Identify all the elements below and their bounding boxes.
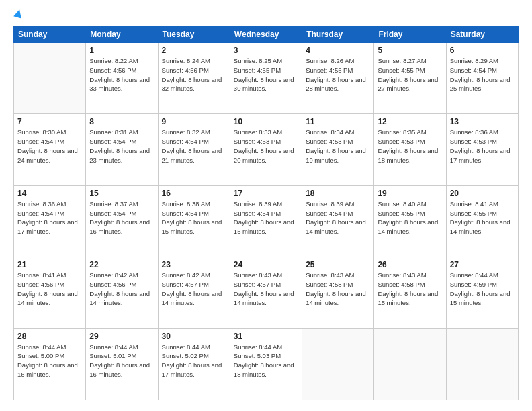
calendar-week-1: 1Sunrise: 8:22 AM Sunset: 4:56 PM Daylig…	[14, 43, 519, 114]
calendar-cell: 7Sunrise: 8:30 AM Sunset: 4:54 PM Daylig…	[14, 114, 86, 185]
calendar-cell: 21Sunrise: 8:41 AM Sunset: 4:56 PM Dayli…	[14, 257, 86, 328]
day-info: Sunrise: 8:25 AM Sunset: 4:55 PM Dayligh…	[234, 56, 298, 93]
day-info: Sunrise: 8:26 AM Sunset: 4:55 PM Dayligh…	[306, 56, 370, 93]
calendar-week-5: 28Sunrise: 8:44 AM Sunset: 5:00 PM Dayli…	[14, 328, 519, 400]
day-info: Sunrise: 8:31 AM Sunset: 4:54 PM Dayligh…	[89, 128, 154, 165]
day-info: Sunrise: 8:39 AM Sunset: 4:54 PM Dayligh…	[234, 199, 298, 236]
day-number: 3	[234, 46, 298, 55]
logo-triangle-icon	[13, 9, 24, 19]
day-number: 28	[17, 332, 82, 341]
day-info: Sunrise: 8:41 AM Sunset: 4:56 PM Dayligh…	[17, 271, 82, 308]
calendar-cell: 11Sunrise: 8:34 AM Sunset: 4:53 PM Dayli…	[302, 114, 374, 185]
calendar-cell	[302, 328, 374, 400]
day-number: 1	[89, 46, 154, 55]
day-number: 8	[89, 117, 154, 126]
day-info: Sunrise: 8:33 AM Sunset: 4:53 PM Dayligh…	[234, 128, 298, 165]
day-info: Sunrise: 8:42 AM Sunset: 4:57 PM Dayligh…	[162, 271, 226, 308]
calendar-cell: 20Sunrise: 8:41 AM Sunset: 4:55 PM Dayli…	[446, 185, 518, 257]
day-number: 6	[450, 46, 515, 55]
calendar-cell: 2Sunrise: 8:24 AM Sunset: 4:56 PM Daylig…	[158, 43, 230, 114]
day-number: 29	[89, 332, 154, 341]
calendar-cell: 29Sunrise: 8:44 AM Sunset: 5:01 PM Dayli…	[86, 328, 158, 400]
day-number: 26	[378, 260, 442, 269]
calendar-cell	[446, 328, 518, 400]
calendar-header-thursday: Thursday	[302, 26, 374, 43]
calendar-cell: 24Sunrise: 8:43 AM Sunset: 4:57 PM Dayli…	[230, 257, 302, 328]
day-info: Sunrise: 8:38 AM Sunset: 4:54 PM Dayligh…	[162, 199, 226, 236]
day-info: Sunrise: 8:22 AM Sunset: 4:56 PM Dayligh…	[89, 56, 154, 93]
day-info: Sunrise: 8:27 AM Sunset: 4:55 PM Dayligh…	[378, 56, 442, 93]
calendar-week-2: 7Sunrise: 8:30 AM Sunset: 4:54 PM Daylig…	[14, 114, 519, 185]
calendar-cell: 8Sunrise: 8:31 AM Sunset: 4:54 PM Daylig…	[86, 114, 158, 185]
day-number: 18	[306, 189, 370, 198]
day-number: 24	[234, 260, 298, 269]
calendar-cell: 13Sunrise: 8:36 AM Sunset: 4:53 PM Dayli…	[446, 114, 518, 185]
day-number: 19	[378, 189, 442, 198]
day-number: 31	[234, 332, 298, 341]
day-number: 9	[162, 117, 226, 126]
day-info: Sunrise: 8:32 AM Sunset: 4:54 PM Dayligh…	[162, 128, 226, 165]
calendar-cell: 28Sunrise: 8:44 AM Sunset: 5:00 PM Dayli…	[14, 328, 86, 400]
day-info: Sunrise: 8:44 AM Sunset: 5:01 PM Dayligh…	[89, 342, 154, 379]
day-info: Sunrise: 8:40 AM Sunset: 4:55 PM Dayligh…	[378, 199, 442, 236]
day-number: 2	[162, 46, 226, 55]
calendar-cell: 22Sunrise: 8:42 AM Sunset: 4:56 PM Dayli…	[86, 257, 158, 328]
day-number: 21	[17, 260, 82, 269]
day-info: Sunrise: 8:29 AM Sunset: 4:54 PM Dayligh…	[450, 56, 515, 93]
day-info: Sunrise: 8:35 AM Sunset: 4:53 PM Dayligh…	[378, 128, 442, 165]
logo	[13, 11, 23, 19]
day-number: 22	[89, 260, 154, 269]
calendar-week-3: 14Sunrise: 8:36 AM Sunset: 4:54 PM Dayli…	[14, 185, 519, 257]
day-info: Sunrise: 8:37 AM Sunset: 4:54 PM Dayligh…	[89, 199, 154, 236]
day-number: 13	[450, 117, 515, 126]
day-info: Sunrise: 8:39 AM Sunset: 4:54 PM Dayligh…	[306, 199, 370, 236]
day-info: Sunrise: 8:44 AM Sunset: 5:00 PM Dayligh…	[17, 342, 82, 379]
calendar-cell: 3Sunrise: 8:25 AM Sunset: 4:55 PM Daylig…	[230, 43, 302, 114]
day-number: 15	[89, 189, 154, 198]
day-info: Sunrise: 8:42 AM Sunset: 4:56 PM Dayligh…	[89, 271, 154, 308]
day-number: 12	[378, 117, 442, 126]
day-info: Sunrise: 8:24 AM Sunset: 4:56 PM Dayligh…	[162, 56, 226, 93]
day-number: 4	[306, 46, 370, 55]
calendar-cell: 15Sunrise: 8:37 AM Sunset: 4:54 PM Dayli…	[86, 185, 158, 257]
day-info: Sunrise: 8:44 AM Sunset: 5:03 PM Dayligh…	[234, 342, 298, 379]
day-info: Sunrise: 8:36 AM Sunset: 4:54 PM Dayligh…	[17, 199, 82, 236]
calendar-header-friday: Friday	[374, 26, 446, 43]
calendar-cell	[14, 43, 86, 114]
calendar-cell: 5Sunrise: 8:27 AM Sunset: 4:55 PM Daylig…	[374, 43, 446, 114]
calendar-cell: 19Sunrise: 8:40 AM Sunset: 4:55 PM Dayli…	[374, 185, 446, 257]
day-number: 16	[162, 189, 226, 198]
day-number: 23	[162, 260, 226, 269]
header	[13, 11, 519, 19]
day-info: Sunrise: 8:44 AM Sunset: 5:02 PM Dayligh…	[162, 342, 226, 379]
day-number: 27	[450, 260, 515, 269]
page: SundayMondayTuesdayWednesdayThursdayFrid…	[0, 0, 532, 411]
calendar-header-row: SundayMondayTuesdayWednesdayThursdayFrid…	[14, 26, 519, 43]
calendar-cell: 30Sunrise: 8:44 AM Sunset: 5:02 PM Dayli…	[158, 328, 230, 400]
calendar-cell: 9Sunrise: 8:32 AM Sunset: 4:54 PM Daylig…	[158, 114, 230, 185]
day-number: 7	[17, 117, 82, 126]
calendar-week-4: 21Sunrise: 8:41 AM Sunset: 4:56 PM Dayli…	[14, 257, 519, 328]
calendar-header-tuesday: Tuesday	[158, 26, 230, 43]
day-info: Sunrise: 8:34 AM Sunset: 4:53 PM Dayligh…	[306, 128, 370, 165]
calendar-cell: 18Sunrise: 8:39 AM Sunset: 4:54 PM Dayli…	[302, 185, 374, 257]
day-number: 14	[17, 189, 82, 198]
calendar-cell: 31Sunrise: 8:44 AM Sunset: 5:03 PM Dayli…	[230, 328, 302, 400]
day-number: 11	[306, 117, 370, 126]
day-info: Sunrise: 8:30 AM Sunset: 4:54 PM Dayligh…	[17, 128, 82, 165]
calendar: SundayMondayTuesdayWednesdayThursdayFrid…	[13, 26, 519, 400]
calendar-cell	[374, 328, 446, 400]
calendar-cell: 4Sunrise: 8:26 AM Sunset: 4:55 PM Daylig…	[302, 43, 374, 114]
calendar-header-monday: Monday	[86, 26, 158, 43]
day-number: 5	[378, 46, 442, 55]
calendar-cell: 23Sunrise: 8:42 AM Sunset: 4:57 PM Dayli…	[158, 257, 230, 328]
day-info: Sunrise: 8:41 AM Sunset: 4:55 PM Dayligh…	[450, 199, 515, 236]
calendar-cell: 17Sunrise: 8:39 AM Sunset: 4:54 PM Dayli…	[230, 185, 302, 257]
day-number: 30	[162, 332, 226, 341]
day-number: 10	[234, 117, 298, 126]
calendar-cell: 14Sunrise: 8:36 AM Sunset: 4:54 PM Dayli…	[14, 185, 86, 257]
day-number: 20	[450, 189, 515, 198]
calendar-cell: 16Sunrise: 8:38 AM Sunset: 4:54 PM Dayli…	[158, 185, 230, 257]
calendar-cell: 27Sunrise: 8:44 AM Sunset: 4:59 PM Dayli…	[446, 257, 518, 328]
day-info: Sunrise: 8:43 AM Sunset: 4:57 PM Dayligh…	[234, 271, 298, 308]
